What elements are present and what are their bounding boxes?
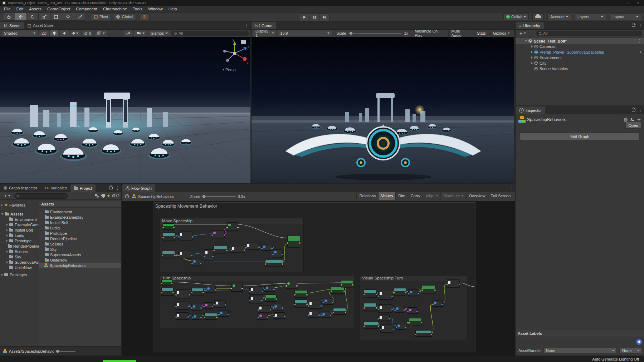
- project-create-dropdown[interactable]: +: [2, 193, 13, 199]
- graph-overview-button[interactable]: Overview: [466, 192, 488, 200]
- graph-node-oppink[interactable]: [408, 307, 418, 314]
- maximize-on-play-button[interactable]: Maximize On Play: [412, 30, 447, 37]
- help-icon[interactable]: ?: [624, 118, 628, 122]
- tree-folder-ludiq[interactable]: Ludiq: [0, 233, 39, 238]
- tab-flow-graph[interactable]: Flow Graph: [122, 184, 155, 192]
- graph-node-oppink[interactable]: [258, 313, 268, 319]
- graph-node-doc[interactable]: [258, 305, 271, 312]
- graph-node-setvel[interactable]: [422, 285, 435, 293]
- graph-node-var[interactable]: [191, 288, 204, 295]
- account-dropdown[interactable]: Account: [547, 13, 571, 20]
- menu-file[interactable]: File: [1, 6, 14, 12]
- hierarchy-search-input[interactable]: All: [536, 31, 642, 36]
- layers-dropdown[interactable]: Layers: [575, 13, 606, 20]
- global-toggle-button[interactable]: Global: [113, 13, 136, 20]
- move-tool-button[interactable]: [15, 13, 27, 21]
- graph-node-opblue[interactable]: [433, 300, 443, 307]
- expand-arrow-icon[interactable]: [1, 274, 3, 276]
- tree-folder-examplegameplay[interactable]: ExampleGameplay: [0, 222, 39, 227]
- graph-node-opblue[interactable]: [219, 310, 229, 317]
- asset-folder-examplegameplay[interactable]: ExampleGameplay: [39, 214, 121, 220]
- item-menu-icon[interactable]: ⋮: [637, 39, 641, 43]
- menu-gameobject[interactable]: GameObject: [44, 6, 73, 12]
- tree-favorites[interactable]: ★Favorites: [0, 202, 39, 208]
- graph-node-var[interactable]: [364, 303, 377, 311]
- graph-node-opblue[interactable]: [395, 306, 405, 312]
- asset-folder-renderpipeline[interactable]: RenderPipeline: [39, 236, 121, 241]
- maximize-button[interactable]: □: [627, 1, 629, 5]
- scene-search-input[interactable]: All: [172, 31, 249, 36]
- cloud-button[interactable]: [532, 13, 544, 20]
- graph-relations-button[interactable]: Relations: [356, 192, 378, 200]
- aspect-ratio-dropdown[interactable]: 16:9: [278, 30, 332, 36]
- expand-arrow-icon[interactable]: [6, 224, 8, 226]
- expand-arrow-icon[interactable]: [6, 261, 8, 263]
- graph-node-setvel[interactable]: [265, 294, 277, 302]
- tab-variables[interactable]: <> Variables: [41, 184, 70, 192]
- menu-assets[interactable]: Assets: [26, 6, 44, 12]
- open-button[interactable]: Open: [625, 122, 641, 129]
- game-viewport[interactable]: [252, 37, 514, 183]
- graph-node-event[interactable]: [161, 279, 172, 285]
- inspector-menu-icon[interactable]: ⋮: [638, 108, 642, 113]
- scene-gizmos-dropdown[interactable]: Gizmos: [148, 30, 170, 36]
- scene-visibility-button[interactable]: Ø 0: [82, 30, 93, 36]
- expand-arrow-icon[interactable]: [6, 229, 8, 231]
- label-tag-button[interactable]: [636, 339, 642, 345]
- custom-tool-button[interactable]: [74, 13, 86, 21]
- expand-arrow-icon[interactable]: [525, 40, 527, 42]
- lock-icon[interactable]: [109, 187, 113, 189]
- collab-dropdown[interactable]: ✓ Collab: [503, 13, 529, 20]
- expand-arrow-icon[interactable]: [6, 251, 8, 253]
- graph-full-screen-button[interactable]: Full Screen: [488, 192, 513, 200]
- hierarchy-item-environment[interactable]: Environment: [516, 55, 644, 61]
- graph-node-opblue[interactable]: [273, 249, 283, 257]
- hierarchy-menu-icon[interactable]: ⋮: [638, 23, 642, 28]
- tree-folder-install-bolt[interactable]: Install Bolt: [0, 227, 39, 233]
- graph-node-doc[interactable]: [249, 296, 262, 303]
- graph-node-doc[interactable]: [378, 304, 392, 312]
- graph-node-doc[interactable]: [176, 289, 190, 298]
- graph-distribute-button[interactable]: Distribute: [440, 192, 466, 200]
- expand-arrow-icon[interactable]: [6, 240, 8, 242]
- graph-align-button[interactable]: Align: [423, 192, 440, 200]
- gear-icon[interactable]: [637, 118, 641, 122]
- search-by-label-icon[interactable]: [101, 194, 105, 198]
- graph-node-doc[interactable]: [246, 243, 259, 250]
- graph-breadcrumb[interactable]: SpaceshipBehaviors: [138, 194, 174, 199]
- graph-node-setvel[interactable]: [341, 280, 353, 287]
- presets-icon[interactable]: [630, 118, 634, 122]
- graph-node-var[interactable]: [163, 232, 175, 241]
- graph-node-var[interactable]: [265, 260, 283, 266]
- tab-game[interactable]: Game: [252, 22, 276, 29]
- hierarchy-create-dropdown[interactable]: +: [517, 30, 528, 36]
- graph-node-opblue[interactable]: [192, 314, 201, 319]
- graph-node-doc[interactable]: [204, 249, 213, 261]
- asset-folder-ludiq[interactable]: Ludiq: [39, 225, 121, 230]
- graph-node-branch[interactable]: [231, 283, 243, 292]
- graph-node-doc[interactable]: [378, 291, 392, 299]
- lock-icon[interactable]: [632, 24, 635, 27]
- play-button[interactable]: [299, 13, 309, 21]
- flow-graph-menu-icon[interactable]: ⋮: [509, 186, 513, 190]
- graph-node-oppink[interactable]: [204, 302, 213, 309]
- projection-toggle[interactable]: Persp: [223, 68, 236, 72]
- display-dropdown[interactable]: Display 1: [253, 30, 276, 36]
- shading-mode-dropdown[interactable]: Shaded: [2, 30, 38, 36]
- asset-labels-header[interactable]: Asset Labels: [516, 330, 644, 337]
- stats-button[interactable]: Stats: [474, 30, 488, 37]
- thumbnail-size-slider[interactable]: [57, 351, 75, 352]
- layout-dropdown[interactable]: Layout: [610, 13, 641, 20]
- tab-graph-inspector[interactable]: Graph Inspector: [0, 184, 41, 192]
- tab-scene[interactable]: Scene: [0, 22, 24, 29]
- graph-node-doc[interactable]: [274, 312, 285, 319]
- graph-dim-button[interactable]: Dim: [395, 192, 408, 200]
- graph-node-var[interactable]: [214, 246, 227, 253]
- menu-help[interactable]: Help: [166, 6, 180, 12]
- graph-node-opblue[interactable]: [262, 244, 272, 251]
- graph-node-var[interactable]: [294, 299, 307, 307]
- graph-node-var[interactable]: [333, 308, 346, 314]
- lock-icon[interactable]: [632, 109, 635, 111]
- menu-cinemachine[interactable]: Cinemachine: [100, 6, 130, 12]
- graph-node-doc[interactable]: [249, 287, 263, 294]
